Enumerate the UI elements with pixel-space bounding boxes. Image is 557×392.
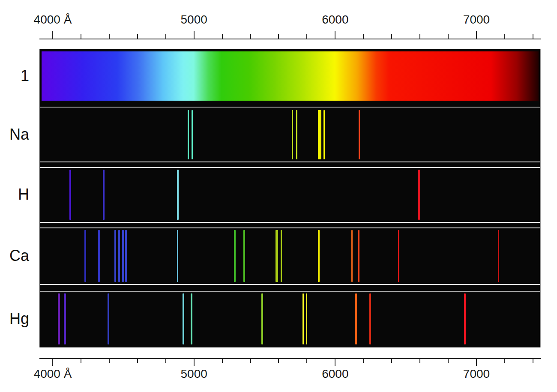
- major-tick: [194, 359, 195, 366]
- band-separator: [40, 107, 540, 108]
- tick-label-7000: 7000: [463, 368, 490, 381]
- spectral-line-na-4988: [192, 110, 193, 159]
- minor-tick: [137, 359, 138, 363]
- tick-label-5000: 5000: [181, 368, 207, 381]
- major-tick: [52, 31, 53, 39]
- spectral-line-hg-6917: [464, 293, 466, 344]
- minor-tick: [391, 34, 392, 39]
- spectral-line-ca-5290: [234, 230, 236, 282]
- tick-label-7000: 7000: [463, 13, 490, 27]
- spectral-line-hg-4086: [64, 293, 66, 344]
- spectral-line-na-5729: [296, 110, 297, 159]
- spectral-line-h-4360: [103, 170, 105, 220]
- minor-tick: [419, 34, 420, 39]
- spectral-line-ca-4470: [118, 230, 120, 282]
- minor-tick: [81, 34, 81, 39]
- minor-tick: [222, 359, 223, 363]
- spectral-line-hg-5797: [306, 293, 307, 344]
- tick-label-4000: 4000 Å: [34, 13, 72, 27]
- minor-tick: [504, 34, 505, 39]
- minor-tick: [504, 359, 505, 363]
- minor-tick: [448, 359, 449, 363]
- minor-tick: [363, 34, 364, 39]
- spectral-line-ca-5617: [281, 230, 282, 282]
- spectral-line-na-5889: [318, 110, 321, 159]
- spectral-line-ca-4442: [114, 230, 116, 282]
- spectra-container: [39, 49, 541, 347]
- tick-label-4000: 4000 Å: [34, 368, 72, 381]
- minor-tick: [391, 359, 392, 363]
- spectral-line-ca-7155: [498, 230, 499, 282]
- spectral-line-ca-5883: [318, 230, 320, 282]
- minor-tick: [109, 359, 110, 363]
- minor-tick: [533, 34, 533, 39]
- spectrum-row-h: [40, 168, 540, 221]
- minor-tick: [533, 359, 533, 363]
- minor-tick: [448, 34, 449, 39]
- continuous-spectrum-band: [42, 51, 539, 101]
- minor-tick: [278, 359, 279, 363]
- top-wavelength-axis: [39, 29, 541, 39]
- bottom-wavelength-axis: [39, 358, 541, 368]
- spectrum-row-hg: [40, 292, 540, 346]
- band-separator: [40, 284, 540, 285]
- tick-label-6000: 6000: [322, 368, 348, 381]
- minor-tick: [250, 359, 251, 363]
- spectral-line-h-6595: [418, 170, 420, 220]
- spectral-line-hg-5484: [261, 293, 263, 344]
- major-tick: [335, 31, 335, 39]
- spectral-line-na-5921: [323, 110, 325, 159]
- spectrum-row-na: [40, 108, 540, 161]
- major-tick: [476, 31, 477, 39]
- top-axis-labels: 4000 Å500060007000: [0, 13, 557, 30]
- spectral-line-ca-4884: [177, 230, 178, 282]
- spectral-line-ca-5357: [243, 230, 245, 282]
- major-tick: [476, 359, 477, 366]
- minor-tick: [109, 34, 110, 39]
- major-tick: [335, 359, 335, 366]
- major-tick: [52, 359, 53, 366]
- band-separator: [40, 222, 540, 223]
- spectral-line-hg-6147: [355, 293, 357, 344]
- minor-tick: [363, 359, 364, 363]
- spectral-line-ca-4519: [125, 230, 127, 282]
- minor-tick: [165, 34, 166, 39]
- spectral-line-hg-4925: [183, 293, 184, 344]
- row-label-na: Na: [0, 125, 29, 144]
- minor-tick: [81, 359, 81, 363]
- spectral-line-ca-6448: [398, 230, 399, 282]
- spectral-line-h-4124: [69, 170, 71, 220]
- minor-tick: [306, 359, 307, 363]
- spectral-line-ca-6168: [358, 230, 359, 282]
- spectral-line-hg-4394: [108, 293, 109, 344]
- spectral-line-na-5698: [292, 110, 293, 159]
- tick-label-6000: 6000: [322, 13, 348, 27]
- spectral-line-na-4959: [188, 110, 189, 159]
- spectral-line-ca-4327: [98, 230, 100, 282]
- minor-tick: [278, 34, 279, 39]
- spectral-line-hg-6247: [369, 293, 371, 344]
- major-tick: [194, 31, 195, 39]
- minor-tick: [306, 34, 307, 39]
- element-row-labels: 1NaHCaHg: [0, 0, 31, 392]
- spectrum-row-ca: [40, 228, 540, 284]
- bottom-axis-labels: 4000 Å500060007000: [0, 368, 557, 384]
- minor-tick: [250, 34, 251, 39]
- minor-tick: [419, 359, 420, 363]
- spectral-line-ca-4496: [122, 230, 124, 282]
- spectral-line-ca-6119: [351, 230, 353, 282]
- spectral-line-hg-4045: [58, 293, 60, 344]
- minor-tick: [165, 359, 166, 363]
- row-label-h: H: [0, 185, 29, 204]
- emission-spectra-figure: 4000 Å500060007000 1NaHCaHg 4000 Å500060…: [0, 0, 557, 392]
- row-label-hg: Hg: [0, 309, 29, 328]
- spectral-line-ca-5585: [276, 230, 278, 282]
- minor-tick: [137, 34, 138, 39]
- band-separator: [40, 162, 540, 162]
- tick-label-5000: 5000: [181, 13, 207, 27]
- spectral-line-ca-4232: [84, 230, 86, 282]
- minor-tick: [222, 34, 223, 39]
- row-label-ca: Ca: [0, 246, 29, 265]
- spectral-line-hg-4983: [191, 293, 192, 344]
- spectral-line-h-4886: [177, 170, 179, 220]
